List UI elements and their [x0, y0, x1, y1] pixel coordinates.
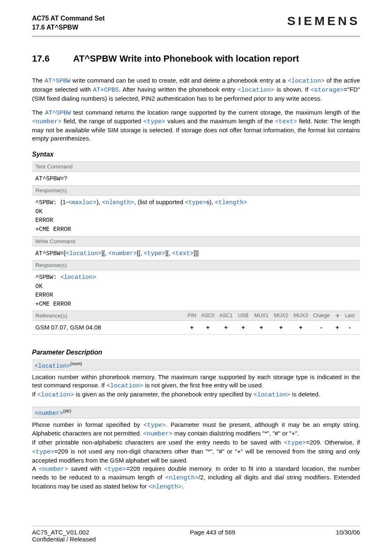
param-number-desc: Phone number in format specified by <typ… — [32, 421, 360, 491]
link-nlength[interactable]: <nlength> — [102, 199, 134, 206]
val-mux2: + — [271, 323, 291, 332]
reference-value-row: GSM 07.07, GSM 04.08 + + + + + + + - + - — [32, 321, 360, 334]
section-number: 17.6 — [32, 53, 73, 64]
param-location-tag: <location> — [35, 362, 70, 369]
resp-ok-2: OK — [35, 283, 42, 290]
footer-right: 10/30/06 — [336, 529, 360, 536]
feature-values: + + + + + + + - + - — [185, 323, 357, 332]
param-location-sup: (num) — [70, 361, 82, 366]
footer-rule — [32, 526, 360, 526]
link-text-w[interactable]: <text> — [172, 250, 194, 257]
link-location-p1[interactable]: <location> — [106, 382, 143, 389]
link-type[interactable]: <type> — [143, 118, 166, 125]
section-heading: 17.6 AT^SPBW Write into Phonebook with l… — [32, 53, 360, 64]
col-mux1: MUX1 — [251, 313, 271, 319]
intro-paragraph-1: The AT^SPBW write command can be used to… — [32, 76, 360, 102]
link-location[interactable]: <location> — [288, 78, 325, 85]
write-response-label: Response(s) — [32, 260, 360, 270]
footer-confidential: Confidential / Released — [32, 536, 360, 543]
col-mux2: MUX2 — [271, 313, 291, 319]
param-location-head: <location>(num) — [32, 359, 360, 371]
col-asc0: ASC0 — [199, 313, 217, 319]
test-command: AT^SPBW=? — [35, 175, 67, 182]
airplane-icon: ✈ — [332, 313, 343, 319]
header-rule — [32, 36, 360, 37]
link-at-cpbs[interactable]: AT+CPBS — [93, 87, 119, 94]
val-mux3: + — [291, 323, 311, 332]
doc-section-ref: 17.6 AT^SPBW — [32, 23, 105, 32]
param-desc-heading: Parameter Description — [32, 349, 360, 356]
doc-title: AC75 AT Command Set — [32, 14, 105, 23]
param-number-tag: <number> — [35, 410, 63, 417]
feature-columns: PIN ASC0 ASC1 USB MUX1 MUX2 MUX3 Charge … — [185, 313, 357, 319]
col-mux3: MUX3 — [291, 313, 311, 319]
link-type-p1[interactable]: <type> — [143, 422, 166, 429]
test-response-body: ^SPBW: (1-<maxloc>), <nlength>, (list of… — [32, 196, 360, 236]
page-footer: AC75_ATC_V01.002 Page 443 of 569 10/30/0… — [32, 526, 360, 543]
param-number-head: <number>(str) — [32, 407, 360, 418]
col-last: Last — [343, 313, 357, 319]
link-at-spbw-2[interactable]: AT^SPBW — [45, 110, 71, 117]
write-prefix: AT^SPBW= — [35, 250, 64, 257]
write-response-body: ^SPBW: <location> OK ERROR +CME ERROR — [32, 270, 360, 311]
link-number-w[interactable]: <number> — [108, 250, 137, 257]
test-command-label: Test Command — [32, 162, 360, 172]
resp-cme-2: +CME ERROR — [35, 301, 71, 307]
val-mux1: + — [251, 323, 271, 332]
header-title-block: AC75 AT Command Set 17.6 AT^SPBW — [32, 14, 105, 32]
section-title: AT^SPBW Write into Phonebook with locati… — [73, 53, 299, 64]
link-nlength-p2[interactable]: <nlength> — [149, 484, 182, 491]
reference-label: Reference(s) — [35, 313, 185, 319]
link-location-2[interactable]: <location> — [238, 87, 274, 94]
col-usb: USB — [235, 313, 251, 319]
footer-center: Page 443 of 569 — [190, 529, 235, 536]
link-location-w[interactable]: <location> — [66, 250, 101, 257]
val-usb: + — [235, 323, 251, 332]
col-pin: PIN — [185, 313, 199, 319]
link-type-w[interactable]: <type> — [144, 250, 165, 257]
write-command-label: Write Command — [32, 237, 360, 246]
link-text[interactable]: <text> — [275, 118, 297, 125]
siemens-logo: SIEMENS — [287, 14, 360, 28]
link-type-p2[interactable]: <type> — [284, 440, 306, 447]
resp-error: ERROR — [35, 217, 53, 223]
val-asc1: + — [217, 323, 235, 332]
val-pin: + — [185, 323, 199, 332]
link-maxloc[interactable]: <maxloc> — [68, 199, 97, 206]
resp-cme: +CME ERROR — [35, 226, 71, 233]
link-number-p2[interactable]: <number> — [39, 466, 68, 473]
link-type-p3[interactable]: <type> — [32, 449, 54, 456]
link-location-p2[interactable]: <location> — [37, 391, 74, 398]
link-location-wr[interactable]: <location> — [60, 274, 96, 281]
link-location-p3[interactable]: <location> — [254, 391, 291, 398]
link-tlength[interactable]: <tlength> — [215, 199, 247, 206]
link-number-p1[interactable]: <number> — [143, 431, 173, 438]
reference-header-row: Reference(s) PIN ASC0 ASC1 USB MUX1 MUX2… — [32, 311, 360, 321]
syntax-box: Test Command AT^SPBW=? Response(s) ^SPBW… — [32, 161, 360, 335]
col-charge: Charge — [311, 313, 332, 319]
link-storage[interactable]: <storage> — [311, 87, 344, 94]
link-type-p4[interactable]: <type> — [104, 466, 126, 473]
resp-ok: OK — [35, 208, 42, 215]
link-number[interactable]: <number> — [32, 118, 62, 125]
col-asc1: ASC1 — [217, 313, 235, 319]
link-at-spbw[interactable]: AT^SPBW — [44, 78, 70, 85]
val-last: - — [343, 323, 357, 332]
test-resp-prefix: ^SPBW: — [35, 199, 60, 206]
footer-left: AC75_ATC_V01.002 — [32, 529, 89, 536]
test-command-body: AT^SPBW=? — [32, 172, 360, 186]
reference-text: GSM 07.07, GSM 04.08 — [35, 323, 185, 332]
link-type-2[interactable]: <type> — [185, 199, 206, 206]
param-number-sup: (str) — [63, 408, 71, 413]
test-response-label: Response(s) — [32, 186, 360, 196]
resp-error-2: ERROR — [35, 292, 53, 298]
link-nlength-p1[interactable]: <nlength> — [165, 474, 198, 481]
val-asc0: + — [199, 323, 217, 332]
val-charge: - — [311, 323, 332, 332]
write-resp-prefix: ^SPBW: — [35, 274, 60, 281]
param-location-desc: Location number within phonebook memory.… — [32, 373, 360, 399]
val-air: + — [332, 323, 343, 332]
page-header: AC75 AT Command Set 17.6 AT^SPBW SIEMENS — [32, 14, 360, 32]
syntax-heading: Syntax — [32, 151, 360, 158]
intro-paragraph-2: The AT^SPBW test command returns the loc… — [32, 108, 360, 143]
